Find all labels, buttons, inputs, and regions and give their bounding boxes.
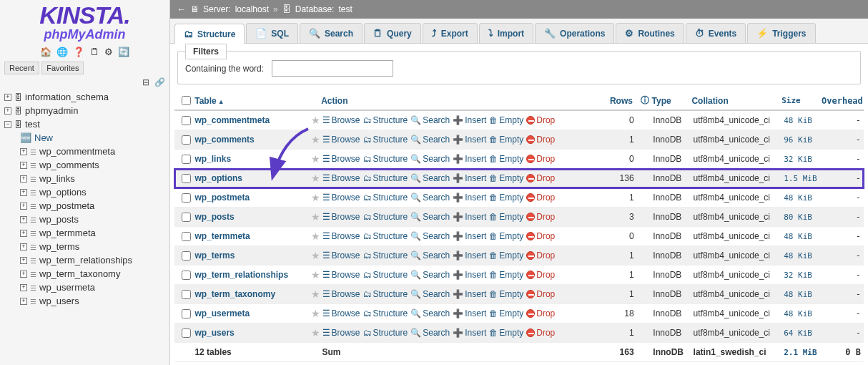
drop-link[interactable]: Drop (526, 115, 555, 125)
insert-link[interactable]: ➕ Insert (453, 231, 486, 241)
row-checkbox[interactable] (182, 309, 191, 318)
empty-link[interactable]: 🗑 Empty (489, 154, 523, 164)
row-checkbox[interactable] (182, 174, 191, 183)
favorite-star-icon[interactable]: ★ (309, 288, 322, 300)
tab-export[interactable]: ⤴Export (423, 23, 478, 43)
row-checkbox[interactable] (182, 193, 191, 203)
browse-link[interactable]: ☰ Browse (322, 231, 360, 241)
search-link[interactable]: 🔍 Search (410, 193, 450, 203)
row-checkbox[interactable] (182, 213, 191, 222)
empty-link[interactable]: 🗑 Empty (489, 270, 523, 280)
row-checkbox[interactable] (182, 135, 191, 145)
empty-link[interactable]: 🗑 Empty (489, 308, 523, 318)
col-rows[interactable]: Rows (610, 96, 633, 106)
db-item[interactable]: + information_schema (4, 90, 165, 104)
expand-icon[interactable]: + (20, 284, 27, 291)
size-value[interactable]: 1.5 MiB (784, 174, 817, 183)
favorite-star-icon[interactable]: ★ (309, 308, 322, 319)
search-link[interactable]: 🔍 Search (410, 328, 450, 338)
table-name-link[interactable]: wp_links (194, 154, 231, 164)
table-name-link[interactable]: wp_term_taxonomy (194, 289, 275, 299)
favorite-star-icon[interactable]: ★ (309, 230, 322, 242)
row-checkbox[interactable] (182, 251, 191, 261)
empty-link[interactable]: 🗑 Empty (489, 173, 523, 183)
recent-button[interactable]: Recent (4, 62, 39, 74)
tree-table-item[interactable]: +wp_users (20, 294, 165, 308)
search-link[interactable]: 🔍 Search (410, 135, 450, 145)
tree-table-item[interactable]: +wp_commentmeta (20, 145, 165, 158)
browse-link[interactable]: ☰ Browse (322, 328, 360, 338)
gear-icon[interactable]: ⚙ (104, 47, 113, 57)
collapse-icon[interactable]: − (4, 121, 11, 128)
row-checkbox[interactable] (182, 116, 191, 125)
structure-link[interactable]: 🗂 Structure (363, 289, 408, 299)
docs-icon[interactable]: ❓ (73, 47, 84, 57)
select-all-checkbox[interactable] (182, 96, 191, 105)
tree-table-item[interactable]: +wp_options (20, 185, 165, 199)
table-name-link[interactable]: wp_options (194, 173, 242, 183)
tree-table-item[interactable]: +wp_term_relationships (20, 253, 165, 267)
search-link[interactable]: 🔍 Search (410, 250, 450, 261)
empty-link[interactable]: 🗑 Empty (489, 212, 523, 222)
row-checkbox[interactable] (182, 290, 191, 299)
structure-link[interactable]: 🗂 Structure (363, 270, 408, 280)
browse-link[interactable]: ☰ Browse (322, 250, 360, 261)
favorite-star-icon[interactable]: ★ (309, 134, 322, 145)
tab-triggers[interactable]: ⚡Triggers (747, 23, 815, 43)
table-name-link[interactable]: wp_usermeta (194, 308, 250, 318)
expand-icon[interactable]: + (20, 175, 27, 182)
tab-operations[interactable]: 🔧Operations (535, 23, 614, 43)
expand-icon[interactable]: + (20, 162, 27, 169)
expand-icon[interactable]: + (20, 298, 27, 305)
row-checkbox[interactable] (182, 232, 191, 241)
tab-structure[interactable]: 🗂Structure (174, 24, 245, 44)
row-checkbox[interactable] (182, 271, 191, 280)
expand-icon[interactable]: + (4, 94, 11, 101)
size-value[interactable]: 80 KiB (784, 213, 812, 222)
col-type[interactable]: Type (652, 96, 671, 106)
search-link[interactable]: 🔍 Search (410, 212, 450, 222)
insert-link[interactable]: ➕ Insert (453, 135, 486, 145)
insert-link[interactable]: ➕ Insert (453, 115, 486, 125)
drop-link[interactable]: Drop (526, 250, 555, 261)
drop-link[interactable]: Drop (526, 173, 555, 183)
home-icon[interactable]: 🏠 (40, 47, 51, 57)
browse-link[interactable]: ☰ Browse (322, 289, 360, 299)
row-checkbox[interactable] (182, 328, 191, 338)
table-name-link[interactable]: wp_termmeta (194, 231, 250, 241)
browse-link[interactable]: ☰ Browse (322, 154, 360, 164)
search-link[interactable]: 🔍 Search (410, 289, 450, 299)
structure-link[interactable]: 🗂 Structure (363, 328, 408, 338)
table-name-link[interactable]: wp_term_relationships (194, 270, 288, 280)
structure-link[interactable]: 🗂 Structure (363, 212, 408, 222)
expand-icon[interactable]: + (20, 230, 27, 237)
reload-icon[interactable]: 🔄 (118, 47, 129, 57)
tab-query[interactable]: 🗒Query (364, 23, 421, 43)
expand-icon[interactable]: + (20, 271, 27, 278)
insert-link[interactable]: ➕ Insert (453, 193, 486, 203)
info-icon[interactable]: ⓘ (641, 95, 649, 105)
size-value[interactable]: 32 KiB (784, 271, 812, 280)
expand-icon[interactable]: + (20, 243, 27, 250)
size-value[interactable]: 48 KiB (784, 193, 812, 203)
table-name-link[interactable]: wp_comments (194, 135, 254, 145)
table-name-link[interactable]: wp_postmeta (194, 193, 250, 203)
structure-link[interactable]: 🗂 Structure (363, 154, 408, 164)
tab-routines[interactable]: ⚙Routines (616, 23, 684, 43)
expand-icon[interactable]: + (20, 203, 27, 210)
browse-link[interactable]: ☰ Browse (322, 173, 360, 183)
favorite-star-icon[interactable]: ★ (309, 115, 322, 126)
tab-import[interactable]: ⤵Import (479, 23, 533, 43)
insert-link[interactable]: ➕ Insert (453, 212, 486, 222)
structure-link[interactable]: 🗂 Structure (363, 115, 408, 125)
browse-link[interactable]: ☰ Browse (322, 212, 360, 222)
browse-link[interactable]: ☰ Browse (322, 115, 360, 125)
expand-icon[interactable]: ← (177, 4, 186, 14)
empty-link[interactable]: 🗑 Empty (489, 193, 523, 203)
drop-link[interactable]: Drop (526, 154, 555, 164)
collapse-icon[interactable]: ⊟ (142, 77, 149, 87)
structure-link[interactable]: 🗂 Structure (363, 135, 408, 145)
expand-icon[interactable]: + (20, 189, 27, 196)
logout-icon[interactable]: 🌐 (56, 47, 68, 57)
tree-table-item[interactable]: +wp_comments (20, 158, 165, 172)
